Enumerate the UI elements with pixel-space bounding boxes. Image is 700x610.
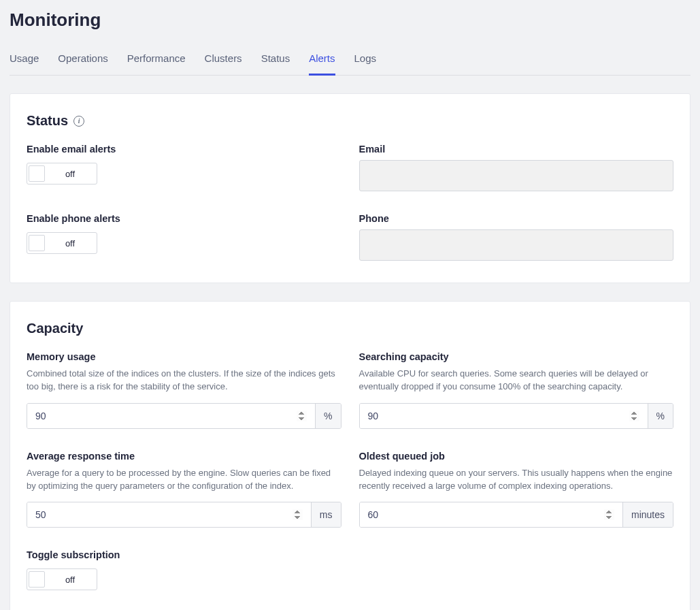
- status-title: Status: [27, 113, 68, 129]
- email-label: Email: [359, 144, 674, 155]
- toggle-subscription-toggle[interactable]: off: [27, 568, 97, 590]
- response-unit: ms: [311, 502, 341, 527]
- searching-capacity-input[interactable]: [360, 404, 648, 428]
- status-card: Status i Enable email alerts off Email E…: [10, 93, 690, 283]
- oldest-job-desc: Delayed indexing queue on your servers. …: [359, 467, 674, 493]
- page-title: Monitoring: [10, 10, 690, 31]
- oldest-job-input[interactable]: [360, 502, 622, 527]
- phone-label: Phone: [359, 213, 674, 224]
- tab-usage[interactable]: Usage: [10, 48, 39, 76]
- oldest-job-label: Oldest queued job: [359, 451, 674, 462]
- tab-logs[interactable]: Logs: [354, 48, 377, 76]
- toggle-knob: [29, 235, 45, 251]
- enable-phone-alerts-label: Enable phone alerts: [27, 213, 341, 224]
- capacity-card: Capacity Memory usage Combined total siz…: [10, 301, 690, 610]
- memory-usage-desc: Combined total size of the indices on th…: [27, 368, 341, 394]
- tab-performance[interactable]: Performance: [127, 48, 186, 76]
- response-time-desc: Average for a query to be processed by t…: [27, 467, 341, 493]
- oldest-unit: minutes: [622, 502, 673, 527]
- enable-phone-alerts-toggle[interactable]: off: [27, 232, 97, 254]
- tab-operations[interactable]: Operations: [58, 48, 107, 76]
- searching-capacity-desc: Available CPU for search queries. Some s…: [359, 368, 674, 394]
- memory-usage-label: Memory usage: [27, 351, 341, 362]
- toggle-knob: [29, 165, 45, 182]
- tab-clusters[interactable]: Clusters: [205, 48, 242, 76]
- searching-capacity-label: Searching capacity: [359, 351, 674, 362]
- enable-email-alerts-label: Enable email alerts: [27, 144, 341, 155]
- phone-field[interactable]: [359, 229, 674, 261]
- info-icon[interactable]: i: [73, 116, 84, 127]
- email-field[interactable]: [359, 160, 674, 191]
- enable-email-alerts-toggle[interactable]: off: [27, 163, 97, 184]
- response-time-label: Average response time: [27, 451, 341, 462]
- memory-unit: %: [315, 404, 340, 428]
- capacity-title: Capacity: [27, 321, 83, 336]
- toggle-state-label: off: [45, 169, 95, 179]
- toggle-knob: [29, 571, 45, 588]
- tab-alerts[interactable]: Alerts: [309, 48, 335, 76]
- toggle-subscription-label: Toggle subscription: [27, 549, 341, 560]
- memory-usage-input[interactable]: [27, 404, 315, 428]
- searching-unit: %: [648, 404, 673, 428]
- response-time-input[interactable]: [27, 502, 311, 527]
- tabs-bar: Usage Operations Performance Clusters St…: [10, 48, 690, 76]
- toggle-state-label: off: [45, 238, 95, 248]
- toggle-state-label: off: [45, 575, 95, 585]
- tab-status[interactable]: Status: [261, 48, 290, 76]
